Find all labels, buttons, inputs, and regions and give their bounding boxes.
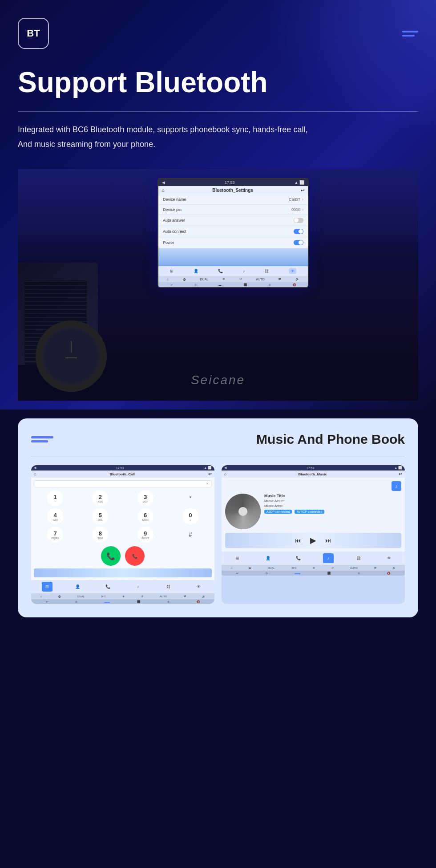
clear-search-icon[interactable]: ✕	[206, 482, 209, 486]
music-details: Music Title Music Album Music Artist A2D…	[264, 494, 401, 529]
music-link-icon[interactable]: ⛓	[353, 553, 364, 563]
call-sys-back[interactable]: ↩	[46, 600, 48, 603]
device-name-row[interactable]: Device name CarBT ›	[158, 195, 308, 205]
sys-loop[interactable]: ↺	[239, 277, 242, 281]
eye-icon-active[interactable]: 👁	[289, 268, 296, 274]
music-note-icon[interactable]: ♪	[392, 481, 401, 491]
music-sys-bar: ⌂ ⏻ DUAL 34°C ❄ ↺ AUTO ⇌ 🔊	[222, 565, 405, 571]
sys-fan[interactable]: ⇌	[279, 277, 281, 281]
call-sys-home[interactable]: ⌂	[40, 595, 42, 598]
call-link-icon[interactable]: ⛓	[163, 582, 174, 592]
dial-6[interactable]: 6 MNO	[137, 508, 153, 524]
dial-3[interactable]: 3 DEF	[137, 490, 153, 506]
sys-home[interactable]: ⌂	[167, 278, 169, 281]
music-sys-snowflake[interactable]: ❄	[313, 566, 315, 569]
next-track-button[interactable]: ⏭	[325, 537, 331, 544]
dial-7[interactable]: 7 PQRS	[47, 527, 63, 543]
auto-answer-row[interactable]: Auto answer	[158, 215, 308, 226]
call-search-bar[interactable]: ✕	[34, 480, 212, 487]
music-sys-power[interactable]: ⏻	[249, 567, 251, 569]
phone-answer-icon: 📞	[106, 552, 115, 560]
answer-call-button[interactable]: 📞	[101, 546, 121, 566]
auto-connect-row[interactable]: Auto connect	[158, 226, 308, 237]
auto-connect-toggle[interactable]	[294, 229, 303, 234]
call-sys-power[interactable]: ⏻	[58, 595, 61, 598]
call-person-icon[interactable]: 👤	[72, 582, 83, 592]
dial-5[interactable]: 5 JKL	[92, 508, 108, 524]
car-image-area: ◀ 17:53 ▲ ⬜ ⌂ Bluetooth_Settings ↩ Devic…	[18, 169, 418, 401]
music-back-arrow[interactable]: ◀	[224, 466, 226, 470]
music-icon[interactable]: ♪	[243, 269, 245, 273]
call-phone-icon[interactable]: 📞	[102, 582, 113, 592]
phone-icon[interactable]: 📞	[218, 269, 223, 273]
call-music-icon[interactable]: ♪	[133, 582, 143, 592]
call-action-buttons: 📞 📞	[34, 546, 212, 566]
call-back-arrow[interactable]: ◀	[34, 466, 36, 470]
call-sys-vol[interactable]: 🔊	[202, 595, 205, 598]
music-sys-back[interactable]: ↩	[236, 572, 238, 575]
head-unit-screen: ◀ 17:53 ▲ ⬜ ⌂ Bluetooth_Settings ↩ Devic…	[157, 178, 309, 288]
dial-8[interactable]: 8 TUV	[92, 527, 108, 543]
sys-power[interactable]: ⏻	[183, 278, 186, 281]
sys-back[interactable]: ↩	[170, 283, 173, 286]
music-sys-mute[interactable]: 🔇	[387, 572, 390, 575]
call-content: ✕ 1 — 2 ABC 3	[31, 478, 214, 580]
music-phone-icon[interactable]: 📞	[293, 553, 303, 563]
dial-hash[interactable]: #	[182, 527, 198, 543]
sys-snowflake[interactable]: ❄	[222, 277, 225, 281]
dial-2[interactable]: 2 ABC	[92, 490, 108, 506]
music-sys-fan[interactable]: ⇌	[374, 566, 376, 569]
grid-icon[interactable]: ⊞	[170, 269, 174, 273]
call-back-icon[interactable]: ↩	[208, 472, 212, 476]
call-screen: ◀ 17:53 ▲ ⬜ ⌂ Bluetooth_Call ↩ ✕	[31, 465, 214, 604]
dial-0[interactable]: 0 +	[182, 508, 198, 524]
call-eye-icon[interactable]: 👁	[193, 582, 204, 592]
dial-4[interactable]: 4 GHI	[47, 508, 63, 524]
auto-answer-toggle[interactable]	[294, 218, 303, 223]
music-sys-slider[interactable]: ▬▬	[295, 572, 300, 575]
music-back-icon[interactable]: ↩	[399, 472, 402, 476]
call-grid-icon[interactable]: ⊞	[42, 582, 52, 592]
dial-star[interactable]: *	[182, 490, 198, 506]
music-sys-vol[interactable]: 🔊	[392, 566, 396, 569]
sys-dual: DUAL	[200, 278, 209, 281]
album-center	[238, 507, 247, 516]
reject-call-button[interactable]: 📞	[125, 546, 145, 566]
call-sys-slider[interactable]: ▬▬	[105, 600, 110, 603]
device-pin-row[interactable]: Device pin 0000 ›	[158, 205, 308, 215]
call-home-icon[interactable]: ⌂	[34, 472, 36, 476]
a2dp-badge: A2DP connected	[264, 510, 292, 514]
dial-1[interactable]: 1 —	[47, 490, 63, 506]
screen-sys-bar: ⌂ ⏻ DUAL ❄ ↺ AUTO ⇌ 🔊	[158, 276, 308, 282]
call-sys-fan[interactable]: ⇌	[184, 595, 186, 598]
music-grid-icon[interactable]: ⊞	[232, 553, 243, 563]
music-sys-home[interactable]: ⌂	[230, 567, 232, 569]
hamburger-menu-icon[interactable]	[402, 31, 418, 37]
sys-slider-l[interactable]: ▬	[218, 284, 221, 286]
power-toggle[interactable]	[294, 240, 303, 245]
call-sys-temp: 34°C	[101, 595, 106, 598]
music-home-icon[interactable]: ⌂	[224, 472, 226, 476]
play-button[interactable]: ▶	[310, 535, 316, 545]
music-music-icon-active[interactable]: ♪	[323, 553, 334, 563]
link-icon[interactable]: ⛓	[265, 269, 269, 273]
device-name-label: Device name	[163, 197, 186, 202]
sys-vol[interactable]: 🔊	[295, 277, 299, 281]
prev-track-button[interactable]: ⏮	[295, 537, 301, 544]
back-arrow[interactable]: ◀	[162, 180, 165, 185]
music-eye-icon[interactable]: 👁	[384, 553, 394, 563]
chevron-right-icon-2: ›	[302, 207, 303, 212]
dial-9[interactable]: 9 WXYZ	[137, 527, 153, 543]
call-sys-loop[interactable]: ↺	[141, 595, 143, 598]
track-album: Music Album	[264, 499, 401, 503]
call-sys-mute[interactable]: 🔇	[197, 600, 200, 603]
call-sys-snowflake[interactable]: ❄	[122, 595, 125, 598]
back-nav-icon[interactable]: ↩	[301, 188, 304, 193]
power-row[interactable]: Power	[158, 237, 308, 248]
music-content: ♪ Music Title Music Album Mu	[222, 478, 405, 552]
sys-vol-mute[interactable]: 🔇	[293, 283, 296, 286]
music-sys-loop[interactable]: ↺	[331, 566, 334, 569]
music-person-icon[interactable]: 👤	[262, 553, 273, 563]
dial-grid: 1 — 2 ABC 3 DEF *	[34, 490, 212, 543]
person-icon[interactable]: 👤	[194, 269, 198, 273]
